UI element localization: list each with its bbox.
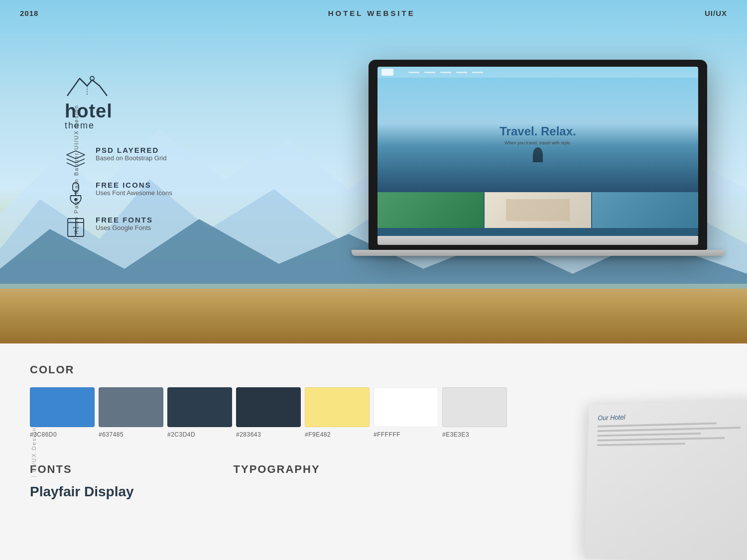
laptop-thumb-2 <box>485 192 591 228</box>
laptop-nav <box>377 67 698 78</box>
fonts-label: FONTS <box>30 463 134 476</box>
feature-psd-layered: PSD LAYERED Based on Bootstrap Grid <box>65 146 172 172</box>
top-bar-title: HOTEL WEBSITE <box>328 9 415 17</box>
laptop-bezel: Travel. Relax. When you travel, travel w… <box>369 60 707 250</box>
feature-free-fonts: T FREE FONTS Uses Google Fonts <box>65 216 172 241</box>
color-swatch-6: #E3E3E3 <box>442 387 507 438</box>
svg-marker-6 <box>67 151 85 159</box>
mockup-content: Our Hotel <box>588 399 747 456</box>
top-bar-uiux: UI/UX <box>705 9 727 17</box>
bottom-side-label: UI/UX Design <box>31 427 37 477</box>
layers-icon <box>65 146 87 172</box>
feature-psd-text: PSD LAYERED Based on Bootstrap Grid <box>96 146 166 162</box>
svg-rect-7 <box>73 183 79 192</box>
free-fonts-title: FREE FONTS <box>96 216 153 224</box>
logo-text-hotel: hotel <box>65 102 172 120</box>
fonts-col: FONTS Playfair Display <box>30 463 134 500</box>
laptop-outer: Travel. Relax. When you travel, travel w… <box>369 60 707 256</box>
laptop-thumbnails <box>377 192 698 228</box>
laptop-hero-text: Travel. Relax. When you travel, travel w… <box>499 124 576 145</box>
bottom-right-mockup: Our Hotel <box>585 399 747 560</box>
mountain-logo-icon <box>65 70 110 100</box>
laptop-nav-links <box>408 72 483 73</box>
laptop-nav-logo <box>381 69 393 76</box>
svg-text:T: T <box>73 225 79 234</box>
laptop-thumb-1 <box>377 192 484 228</box>
mockup-lines <box>597 422 747 447</box>
color-section-label: COLOR <box>30 363 717 376</box>
top-bar-year: 2018 <box>20 9 38 17</box>
typography-col: TYPOGRAPHY <box>234 463 320 500</box>
top-bar: 2018 HOTEL WEBSITE UI/UX <box>0 0 747 26</box>
feature-icons-text: FREE ICONS Uses Font Awesome Icons <box>96 181 172 197</box>
laptop-mockup: Travel. Relax. When you travel, travel w… <box>369 60 707 256</box>
desk-surface <box>0 289 747 343</box>
free-icons-title: FREE ICONS <box>96 181 172 189</box>
psd-layered-subtitle: Based on Bootstrap Grid <box>96 154 166 162</box>
feature-fonts-text: FREE FONTS Uses Google Fonts <box>96 216 153 231</box>
laptop-screen-hero: Travel. Relax. When you travel, travel w… <box>377 78 698 192</box>
color-swatch-2: #2C3D4D <box>167 387 232 438</box>
color-swatch-0: #3C86D0 <box>30 387 95 438</box>
mockup-title: Our Hotel <box>598 410 747 422</box>
free-icons-subtitle: Uses Font Awesome Icons <box>96 189 172 197</box>
hero-section: Home Page Main Banner UI/UX Design hotel… <box>0 0 747 343</box>
color-swatch-4: #F9E482 <box>305 387 370 438</box>
feature-free-icons: FREE ICONS Uses Font Awesome Icons <box>65 181 172 207</box>
color-swatch-5: #FFFFFF <box>374 387 438 438</box>
features-panel: hotel theme PSD LAYERED Based on Bootstr… <box>65 70 172 250</box>
type-icon: T <box>65 216 87 241</box>
svg-point-9 <box>74 198 77 201</box>
psd-layered-title: PSD LAYERED <box>96 146 166 154</box>
color-swatch-3: #283643 <box>236 387 301 438</box>
font-name: Playfair Display <box>30 484 134 500</box>
free-fonts-subtitle: Uses Google Fonts <box>96 224 153 231</box>
bottom-section: UI/UX Design COLOR #3C86D0#637485#2C3D4D… <box>0 343 747 560</box>
color-swatch-1: #637485 <box>99 387 163 438</box>
hotel-logo: hotel theme <box>65 70 172 131</box>
laptop-thumb-3 <box>592 192 698 228</box>
laptop-screen: Travel. Relax. When you travel, travel w… <box>377 67 698 236</box>
laptop-bottom <box>352 250 724 256</box>
laptop-base <box>377 236 698 245</box>
typography-label: TYPOGRAPHY <box>234 463 320 476</box>
pen-tool-icon <box>65 181 87 207</box>
logo-text-theme: theme <box>65 120 172 131</box>
